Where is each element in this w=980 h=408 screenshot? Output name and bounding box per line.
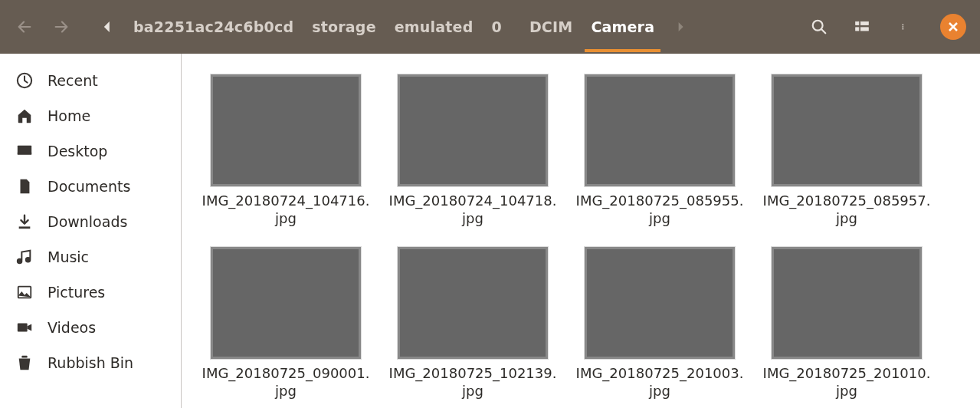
- breadcrumb-segment-current[interactable]: Camera: [582, 12, 664, 41]
- sidebar-item-music[interactable]: Music: [0, 239, 181, 275]
- close-button[interactable]: [940, 14, 966, 40]
- file-name: IMG_20180725_201003. jpg: [576, 364, 744, 400]
- file-thumbnail: [584, 246, 736, 360]
- sidebar-item-label: Rubbish Bin: [48, 354, 133, 371]
- sidebar-item-recent[interactable]: Recent: [0, 63, 181, 98]
- breadcrumb-segment[interactable]: emulated: [385, 12, 483, 41]
- file-item[interactable]: IMG_20180725_090001. jpg: [209, 246, 362, 400]
- svg-rect-4: [860, 28, 868, 31]
- nav-back-button[interactable]: [6, 8, 43, 45]
- desktop-icon: [15, 142, 34, 160]
- documents-icon: [15, 177, 34, 196]
- view-list-button[interactable]: [841, 8, 883, 45]
- path-history-forward-button[interactable]: [668, 8, 693, 45]
- file-name: IMG_20180725_102139. jpg: [389, 364, 557, 400]
- breadcrumb: ba2251ac24c6b0cd storage emulated 0 DCIM…: [124, 12, 664, 41]
- svg-rect-16: [18, 324, 28, 332]
- breadcrumb-segment[interactable]: DCIM: [520, 12, 582, 41]
- file-item[interactable]: IMG_20180724_104718. jpg: [396, 74, 549, 228]
- breadcrumb-segment[interactable]: 0: [482, 12, 510, 41]
- pictures-icon: [15, 283, 34, 301]
- svg-rect-17: [21, 356, 27, 358]
- svg-rect-2: [860, 21, 868, 25]
- sidebar-item-desktop[interactable]: Desktop: [0, 133, 181, 169]
- clock-icon: [15, 71, 34, 90]
- sidebar-item-label: Music: [48, 248, 89, 265]
- videos-icon: [15, 318, 34, 337]
- sidebar-item-label: Desktop: [48, 143, 107, 160]
- path-history-back-button[interactable]: [93, 8, 121, 45]
- sidebar-item-home[interactable]: Home: [0, 98, 181, 133]
- sidebar-item-pictures[interactable]: Pictures: [0, 275, 181, 310]
- places-sidebar: Recent Home Desktop Documents Downloads …: [0, 54, 182, 408]
- file-grid: IMG_20180724_104716. jpgIMG_20180724_104…: [182, 54, 980, 408]
- file-item[interactable]: IMG_20180725_085955. jpg: [583, 74, 736, 228]
- file-thumbnail: [210, 74, 362, 187]
- sidebar-item-label: Pictures: [48, 284, 105, 301]
- file-name: IMG_20180725_085955. jpg: [576, 192, 744, 228]
- search-button[interactable]: [798, 8, 841, 45]
- file-name: IMG_20180724_104716. jpg: [202, 192, 370, 228]
- file-thumbnail: [771, 74, 923, 187]
- sidebar-item-label: Videos: [48, 319, 96, 336]
- file-name: IMG_20180725_085957. jpg: [763, 192, 931, 228]
- svg-rect-12: [19, 226, 31, 229]
- file-item[interactable]: IMG_20180725_201010. jpg: [770, 246, 923, 400]
- svg-point-7: [903, 28, 903, 29]
- sidebar-item-label: Documents: [48, 178, 130, 195]
- file-item[interactable]: IMG_20180725_201003. jpg: [583, 246, 736, 400]
- nav-forward-button[interactable]: [43, 8, 80, 45]
- file-item[interactable]: IMG_20180725_102139. jpg: [396, 246, 549, 400]
- sidebar-item-documents[interactable]: Documents: [0, 169, 181, 204]
- file-thumbnail: [397, 74, 549, 187]
- svg-point-13: [18, 259, 22, 263]
- sidebar-item-trash[interactable]: Rubbish Bin: [0, 345, 181, 380]
- file-name: IMG_20180725_201010. jpg: [763, 364, 931, 400]
- file-item[interactable]: IMG_20180725_085957. jpg: [770, 74, 923, 228]
- music-icon: [15, 248, 34, 266]
- menu-button[interactable]: [883, 8, 926, 45]
- sidebar-item-downloads[interactable]: Downloads: [0, 204, 181, 239]
- breadcrumb-segment[interactable]: storage: [303, 12, 385, 41]
- sidebar-item-label: Home: [48, 107, 90, 124]
- svg-point-6: [903, 26, 903, 27]
- file-thumbnail: [771, 246, 923, 360]
- svg-rect-3: [856, 28, 859, 31]
- home-icon: [15, 107, 34, 125]
- svg-rect-1: [856, 21, 859, 25]
- file-name: IMG_20180725_090001. jpg: [202, 364, 370, 400]
- trash-icon: [15, 354, 34, 372]
- toolbar: ba2251ac24c6b0cd storage emulated 0 DCIM…: [0, 0, 980, 54]
- svg-point-5: [903, 25, 903, 25]
- file-name: IMG_20180724_104718. jpg: [389, 192, 557, 228]
- file-item[interactable]: IMG_20180724_104716. jpg: [209, 74, 362, 228]
- file-thumbnail: [210, 246, 362, 360]
- downloads-icon: [15, 212, 34, 231]
- sidebar-item-label: Recent: [48, 72, 98, 89]
- breadcrumb-segment[interactable]: ba2251ac24c6b0cd: [124, 12, 303, 41]
- svg-rect-11: [18, 153, 31, 155]
- sidebar-item-label: Downloads: [48, 213, 127, 230]
- sidebar-item-videos[interactable]: Videos: [0, 310, 181, 345]
- file-thumbnail: [397, 246, 549, 360]
- svg-point-14: [27, 258, 31, 262]
- file-thumbnail: [584, 74, 736, 187]
